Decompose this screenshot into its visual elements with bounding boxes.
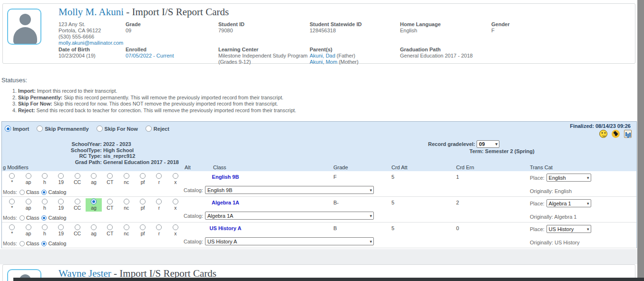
radio-icon[interactable] — [41, 215, 47, 221]
modifier-radio[interactable] — [26, 173, 31, 179]
mods-catalog-radio[interactable]: Catalog — [41, 241, 66, 246]
school-info-row: SchoolType:High School — [54, 147, 179, 154]
modifier-label: CC — [74, 205, 81, 211]
mods-source-group: Mods: Class Catalog — [3, 189, 66, 195]
status-item-text: Skip this record permanently. This will … — [62, 95, 283, 100]
modifier-label: 19 — [58, 205, 64, 211]
mods-catalog-radio[interactable]: Catalog — [41, 189, 66, 195]
catalog-label: Catalog: — [184, 213, 203, 219]
radio-icon[interactable] — [41, 241, 47, 246]
catalog-row: Catalog: Algebra 1A▾ — [184, 212, 374, 220]
class-link[interactable]: US History A — [190, 225, 261, 231]
modifier-radio[interactable] — [26, 224, 31, 230]
status-radio-import[interactable]: Import — [5, 126, 29, 132]
status-item: 2. Skip Permanently: Skip this record pe… — [12, 95, 296, 101]
header-alt: Alt — [185, 165, 191, 170]
modifier-radio[interactable] — [173, 173, 178, 179]
radio-icon[interactable] — [37, 126, 43, 132]
modifier-radio[interactable] — [58, 199, 64, 204]
radio-icon[interactable] — [20, 190, 25, 195]
modifier-radio[interactable] — [173, 199, 178, 204]
record-panel: Import Skip Permanently Skip For Now Rej… — [1, 121, 637, 248]
modifier-radio[interactable] — [42, 224, 48, 230]
graduation-cap-icon[interactable] — [612, 130, 620, 138]
finalized-timestamp: Finalized: 08/14/23 09:26 — [570, 123, 631, 129]
modifier-radio[interactable] — [9, 224, 15, 230]
class-link[interactable]: English 9B — [190, 174, 261, 180]
parent1-link[interactable]: Akuni, Dad — [310, 53, 335, 58]
mods-class-radio[interactable]: Class — [20, 189, 39, 195]
modifier-radio[interactable] — [107, 199, 113, 204]
radio-icon[interactable] — [5, 126, 11, 132]
record-gradelevel-select[interactable]: 09▾ — [477, 140, 499, 148]
modifier-radio[interactable] — [107, 224, 113, 230]
chevron-down-icon: ▾ — [587, 175, 589, 180]
panel-icon-row — [599, 130, 632, 138]
radio-icon[interactable] — [20, 241, 25, 246]
modifier-radio[interactable] — [9, 199, 15, 204]
catalog-select[interactable]: English 9B▾ — [205, 186, 374, 194]
catalog-select[interactable]: US History A▾ — [205, 237, 374, 245]
student-name-link[interactable]: Molly M. Akuni — [59, 6, 124, 18]
record-gradelevel-row: Record gradelevel: 09▾ — [428, 140, 499, 148]
mods-catalog-radio[interactable]: Catalog — [41, 215, 66, 221]
smiley-icon[interactable] — [599, 130, 607, 138]
modifier-radio[interactable] — [140, 173, 146, 179]
radio-icon[interactable] — [97, 126, 103, 132]
modifier-radio[interactable] — [140, 224, 146, 230]
modifier-label: ag — [91, 180, 97, 185]
modifier-radio[interactable] — [156, 173, 162, 179]
bar-chart-clipboard-icon[interactable] — [624, 130, 632, 138]
modifier-radio[interactable] — [58, 173, 64, 179]
modifier-label: * — [11, 231, 13, 236]
mods-class-radio[interactable]: Class — [20, 215, 39, 221]
status-radio-skip-for-now[interactable]: Skip For Now — [97, 126, 138, 132]
modifier-radio[interactable] — [124, 173, 129, 179]
status-radio-label: Skip Permanently — [45, 126, 88, 132]
modifier-radio[interactable] — [42, 199, 48, 204]
modifier-radio[interactable] — [75, 173, 80, 179]
modifier-cell: x — [167, 198, 184, 212]
modifier-radio[interactable] — [58, 224, 64, 230]
status-radio-label: Skip For Now — [105, 126, 138, 132]
radio-icon[interactable] — [146, 126, 152, 132]
modifier-radio[interactable] — [42, 173, 48, 179]
radio-icon[interactable] — [41, 190, 47, 195]
modifier-radio[interactable] — [9, 173, 15, 179]
modifier-radio[interactable] — [91, 224, 97, 230]
enrolled-link[interactable]: 07/05/2022 - Current — [126, 53, 174, 58]
place-select[interactable]: English▾ — [546, 174, 591, 182]
place-row: Place: English▾ — [530, 174, 591, 182]
chevron-down-icon: ▾ — [587, 227, 589, 232]
modifier-radio[interactable] — [124, 224, 129, 230]
email-link[interactable]: molly.akuni@mailinator.com — [59, 40, 123, 46]
place-select[interactable]: Algebra 1▾ — [546, 199, 591, 207]
modifier-radio[interactable] — [140, 199, 146, 204]
modifier-radio[interactable] — [75, 199, 80, 204]
status-radio-reject[interactable]: Reject — [146, 126, 169, 132]
parent2-link[interactable]: Akuni, Mom — [310, 59, 337, 65]
modifier-radio[interactable] — [173, 224, 178, 230]
modifier-label: * — [11, 180, 13, 185]
header-crd-ern: Crd Ern — [456, 165, 474, 170]
radio-icon[interactable] — [20, 215, 25, 221]
modifier-radio[interactable] — [107, 173, 113, 179]
modifier-radio[interactable] — [26, 199, 31, 204]
modifier-radio[interactable] — [75, 224, 80, 230]
status-radio-skip-permanently[interactable]: Skip Permanently — [37, 126, 88, 132]
modifier-label: h — [43, 180, 46, 185]
modifier-radio[interactable] — [91, 199, 97, 204]
header-modifiers: g Modifiers — [3, 165, 29, 170]
status-radio-label: Import — [13, 126, 29, 132]
modifier-radio[interactable] — [156, 224, 162, 230]
class-link[interactable]: Algebra 1A — [190, 200, 261, 205]
modifier-radio[interactable] — [91, 173, 97, 179]
mods-class-radio[interactable]: Class — [20, 241, 39, 246]
enrolled-label: Enrolled — [126, 47, 174, 53]
place-select[interactable]: US History▾ — [546, 225, 591, 233]
modifier-cell: * — [4, 198, 20, 212]
modifier-radio[interactable] — [124, 199, 129, 204]
modifier-radio[interactable] — [156, 199, 162, 204]
place-select-value: US History — [549, 226, 574, 232]
catalog-select[interactable]: Algebra 1A▾ — [205, 212, 374, 220]
